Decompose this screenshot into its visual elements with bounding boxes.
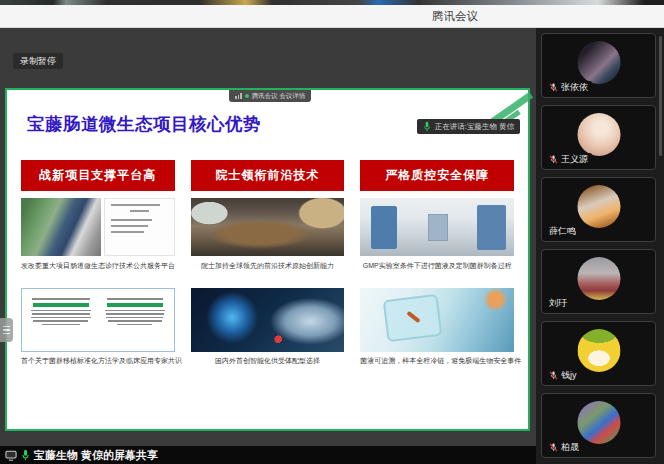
- active-speaker-badge: 正在讲话:宝藤生物 黄倞: [417, 119, 520, 134]
- document-thumbnail: [104, 198, 175, 256]
- photo-cold-chain: [360, 288, 514, 352]
- shared-screen: 腾讯会议 会议详情 正在讲话:宝藤生物 黄倞 宝藤肠道微生态项目核心优势 战新项…: [5, 88, 530, 431]
- photo-expert: [21, 198, 101, 256]
- participant-name: 薛仁鸣: [549, 225, 576, 238]
- caption: 院士加持全球领先的前沿技术原始创新能力: [191, 261, 345, 271]
- column-quality: 严格质控安全保障 GMP实验室条件下进行菌液及定制菌群制备过程 菌液可追溯，样本…: [360, 160, 514, 366]
- meeting-info-text: 腾讯会议 会议详情: [252, 92, 306, 101]
- screen-share-status-bar: 宝藤生物 黄倞的屏幕共享: [0, 446, 536, 464]
- avatar: [577, 113, 620, 156]
- status-dot-icon: [245, 94, 249, 98]
- participant-name-tag: 张依依: [545, 81, 592, 94]
- mic-muted-icon: [549, 371, 558, 380]
- column-technology: 院士领衔前沿技术 院士加持全球领先的前沿技术原始创新能力 国内外首创智能化供受体…: [191, 160, 345, 366]
- participant-name: 刘玗: [549, 297, 567, 310]
- participant-tile[interactable]: 刘玗: [541, 249, 656, 314]
- screen-share-icon: [5, 450, 17, 461]
- column-header: 战新项目支撑平台高: [21, 160, 175, 191]
- participant-name-tag: 薛仁鸣: [545, 225, 580, 238]
- record-paused-button[interactable]: 录制暂停: [13, 53, 63, 69]
- consensus-documents: [21, 288, 175, 352]
- participant-name: 柏晟: [561, 441, 579, 454]
- meeting-info-banner[interactable]: 腾讯会议 会议详情: [229, 90, 311, 102]
- avatar: [577, 329, 620, 372]
- participant-tile[interactable]: 薛仁鸣: [541, 177, 656, 242]
- column-platform: 战新项目支撑平台高 发改: [21, 160, 175, 366]
- photo-meeting-room: [191, 198, 345, 256]
- document-page: [26, 293, 96, 347]
- meeting-stage: 录制暂停 腾讯会议 会议详情 正在讲话:宝藤生物 黄倞 宝: [0, 28, 664, 464]
- participant-name-tag: 王义源: [545, 153, 592, 166]
- mic-muted-icon: [549, 83, 558, 92]
- photo-gmp-corridor: [360, 198, 514, 256]
- meeting-window: 腾讯会议 录制暂停 腾讯会议 会议详情 正在讲话:宝藤生物 黄: [0, 0, 664, 464]
- mic-muted-icon: [549, 443, 558, 452]
- photo-expert-and-document: [21, 198, 175, 256]
- participant-name: 王义源: [561, 153, 588, 166]
- participant-tile[interactable]: 王义源: [541, 105, 656, 170]
- avatar: [577, 401, 620, 444]
- participant-tile[interactable]: 钱jy: [541, 321, 656, 386]
- caption: GMP实验室条件下进行菌液及定制菌群制备过程: [360, 261, 514, 271]
- caption: 首个关于菌群移植标准化方法学及临床应用专家共识: [21, 356, 175, 366]
- active-speaker-text: 正在讲话:宝藤生物 黄倞: [435, 122, 514, 132]
- column-header: 严格质控安全保障: [360, 160, 514, 191]
- photo-ai-matching: [191, 288, 345, 352]
- participant-name-tag: 柏晟: [545, 441, 583, 454]
- mic-muted-icon: [549, 155, 558, 164]
- avatar: [577, 257, 620, 300]
- participant-tile[interactable]: 张依依: [541, 33, 656, 98]
- participant-tile[interactable]: 柏晟: [541, 393, 656, 458]
- participant-name-tag: 刘玗: [545, 297, 571, 310]
- sidebar-scrollbar[interactable]: [659, 36, 662, 156]
- participant-name: 张依依: [561, 81, 588, 94]
- participant-name-tag: 钱jy: [545, 369, 581, 382]
- signal-icon: [235, 93, 242, 99]
- slide-columns: 战新项目支撑平台高 发改: [21, 160, 514, 366]
- caption: 发改委重大项目肠道微生态诊疗技术公共服务平台: [21, 261, 175, 271]
- mic-active-icon: [423, 121, 431, 132]
- column-header: 院士领衔前沿技术: [191, 160, 345, 191]
- participants-sidebar: 张依依 王义源: [536, 28, 664, 464]
- document-page: [100, 293, 170, 347]
- caption: 菌液可追溯，样本全程冷链，避免极端生物安全事件: [360, 356, 514, 366]
- caption: 国内外首创智能化供受体配型选择: [191, 356, 345, 366]
- avatar: [577, 185, 620, 228]
- avatar: [577, 41, 620, 84]
- participant-name: 钱jy: [561, 369, 577, 382]
- corridor-door: [428, 214, 448, 241]
- slide-title: 宝藤肠道微生态项目核心优势: [27, 112, 261, 136]
- toolbar-handle[interactable]: [0, 318, 13, 342]
- window-titlebar: 腾讯会议: [0, 5, 664, 28]
- share-label: 宝藤生物 黄倞的屏幕共享: [34, 448, 158, 463]
- mic-active-icon: [21, 449, 30, 461]
- window-title: 腾讯会议: [432, 9, 478, 24]
